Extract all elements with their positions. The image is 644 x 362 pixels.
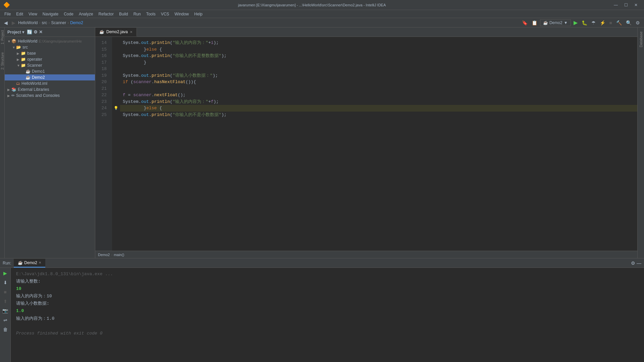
- tab-label: Demo2.java: [106, 29, 128, 34]
- tree-item-ext-libs[interactable]: ▶ 📚 External Libraries: [5, 86, 95, 93]
- code-editor[interactable]: 14 15 16 17 18 19 20 21 22 23 24 25: [95, 37, 637, 251]
- menu-tools[interactable]: Tools: [144, 11, 158, 17]
- profile-button[interactable]: ⚡: [598, 19, 607, 26]
- tree-item-helloworld[interactable]: ▼ 📦 HelloWorld E:\Xiangmu\javarumen\He: [5, 38, 95, 44]
- snapshot-button[interactable]: 📷: [1, 307, 9, 315]
- breadcrumb-helloworld[interactable]: HelloWorld: [18, 20, 38, 25]
- breadcrumb-src[interactable]: src: [42, 20, 47, 25]
- menu-window[interactable]: Window: [172, 11, 192, 17]
- menu-build[interactable]: Build: [116, 11, 131, 17]
- run-tab-close[interactable]: ✕: [39, 261, 41, 264]
- gutter-15: [112, 46, 120, 53]
- tree-item-src[interactable]: ▼ 📂 src: [5, 44, 95, 50]
- menu-file[interactable]: File: [2, 11, 13, 17]
- menu-analyze[interactable]: Analyze: [76, 11, 96, 17]
- stop-run-button[interactable]: ■: [1, 288, 9, 296]
- expand-arrow-scratches: ▶: [7, 94, 11, 98]
- tree-item-iml[interactable]: ▶ 🗂 HelloWorld.iml: [5, 80, 95, 86]
- menu-refactor[interactable]: Refactor: [96, 11, 116, 17]
- coverage-button[interactable]: ☂: [590, 19, 597, 26]
- tree-item-operater[interactable]: ▶ 📁 operater: [5, 56, 95, 62]
- run-output-input1: 10: [16, 285, 639, 293]
- nav-actions: 🔖 📋 ☕ Demo2 ▼ ▶ 🐛 ☂ ⚡ ■ 🔨 🔍 ⚙: [521, 19, 641, 26]
- run-minimize-icon[interactable]: —: [637, 260, 641, 266]
- debug-button[interactable]: 🐛: [580, 19, 589, 26]
- menu-help[interactable]: Help: [192, 11, 205, 17]
- run-output-input2: 1.0: [16, 307, 639, 315]
- tree-item-scratches[interactable]: ▶ ✏ Scratches and Consoles: [5, 93, 95, 99]
- window-controls: — ☐ ✕: [611, 2, 641, 8]
- tree-item-base[interactable]: ▶ 📁 base: [5, 50, 95, 56]
- ln-23: 23: [95, 99, 109, 105]
- clear-button[interactable]: 🗑: [1, 325, 9, 334]
- tree-label-iml: HelloWorld.iml: [21, 81, 47, 86]
- menu-view[interactable]: View: [26, 11, 40, 17]
- rerun-button[interactable]: ▶: [1, 269, 9, 277]
- menu-code[interactable]: Code: [61, 11, 76, 17]
- expand-arrow-ext: ▶: [7, 88, 11, 92]
- menu-vcs[interactable]: VCS: [158, 11, 172, 17]
- recent-files-button[interactable]: 📋: [530, 19, 539, 26]
- breadcrumb-main-method[interactable]: main(): [114, 253, 124, 257]
- code-line-17: }: [120, 59, 637, 66]
- breadcrumb-scanner[interactable]: Scanner: [51, 20, 66, 25]
- settings-button[interactable]: ⚙: [634, 19, 641, 26]
- minimize-button[interactable]: —: [611, 2, 621, 8]
- line-numbers: 14 15 16 17 18 19 20 21 22 23 24 25: [95, 37, 112, 251]
- close-panel-icon[interactable]: ✕: [39, 29, 43, 35]
- run-tab-demo2[interactable]: ☕ Demo2 ✕: [14, 259, 45, 267]
- menu-bar: File Edit View Navigate Code Analyze Ref…: [0, 10, 644, 18]
- run-output[interactable]: E:\Java\jdk1.8.0_131\bin\java.exe ... 请输…: [11, 268, 644, 362]
- menu-navigate[interactable]: Navigate: [40, 11, 61, 17]
- tree-item-scanner[interactable]: ▼ 📁 Scanner: [5, 62, 95, 68]
- tab-close-button[interactable]: ✕: [130, 30, 132, 34]
- project-panel-title: Project ▾: [7, 30, 24, 35]
- scroll-down-button[interactable]: ⬇: [1, 279, 9, 287]
- tree-label-operater: operater: [27, 57, 42, 62]
- database-tab[interactable]: Database: [638, 30, 644, 49]
- gutter-24: 💡: [112, 105, 120, 112]
- tab-icon: ☕: [99, 29, 104, 34]
- menu-edit[interactable]: Edit: [13, 11, 26, 17]
- search-everywhere-button[interactable]: 🔍: [625, 19, 633, 26]
- scroll-up-button[interactable]: ⬆: [1, 297, 9, 305]
- nav-back-button[interactable]: ◀: [3, 19, 9, 26]
- tree-item-demo1[interactable]: ▶ ☕ Demo1: [5, 68, 95, 74]
- breadcrumb-demo2-label[interactable]: Demo2: [98, 253, 110, 257]
- tree-label-ext-libs: External Libraries: [18, 87, 49, 92]
- ln-22: 22: [95, 92, 109, 99]
- editor-tabs: ☕ Demo2.java ✕: [95, 27, 637, 37]
- run-settings-icon[interactable]: ⚙: [631, 260, 635, 266]
- settings-icon[interactable]: ⚙: [34, 29, 38, 35]
- code-content[interactable]: System.out.println("输入的内容为："+i); }else {…: [120, 37, 637, 251]
- tree-item-demo2[interactable]: ▶ ☕ Demo2: [5, 74, 95, 80]
- menu-run[interactable]: Run: [131, 11, 144, 17]
- build-button[interactable]: 🔨: [615, 19, 623, 26]
- code-line-21: [120, 85, 637, 92]
- gutter-20: [112, 79, 120, 85]
- run-button[interactable]: ▶: [572, 19, 579, 26]
- bookmark-icon[interactable]: 🔖: [521, 19, 529, 26]
- run-output-process: Process finished with exit code 0: [16, 330, 639, 337]
- breadcrumb-demo2[interactable]: Demo2: [70, 20, 83, 25]
- nav-bar: ◀ ▶ HelloWorld › src › Scanner › Demo2 🔖…: [0, 18, 644, 27]
- run-output-cmd: E:\Java\jdk1.8.0_131\bin\java.exe ...: [16, 270, 639, 278]
- ln-21: 21: [95, 85, 109, 92]
- structure-vertical-tab[interactable]: 2: Structure: [0, 50, 4, 72]
- editor-tab-demo2[interactable]: ☕ Demo2.java ✕: [95, 28, 137, 37]
- sync-icon[interactable]: 🔄: [27, 29, 32, 35]
- gutter: 💡: [112, 37, 120, 251]
- code-line-22: f = scanner.nextFloat();: [120, 92, 637, 99]
- gutter-18: [112, 66, 120, 72]
- nav-forward-button[interactable]: ▶: [10, 19, 17, 26]
- editor-area: ☕ Demo2.java ✕ 14 15 16 17 18 19 20 21 2…: [95, 27, 637, 258]
- run-config-icon: ☕: [543, 20, 548, 25]
- wrap-button[interactable]: ⇌: [1, 316, 9, 324]
- maximize-button[interactable]: ☐: [621, 2, 631, 8]
- project-vertical-tab[interactable]: 1: Project: [0, 27, 4, 47]
- expand-arrow-base: ▶: [17, 52, 20, 55]
- stop-button[interactable]: ■: [608, 19, 613, 26]
- run-config-selector[interactable]: ☕ Demo2 ▼: [540, 19, 571, 26]
- run-config-label: Demo2: [549, 20, 562, 25]
- close-button[interactable]: ✕: [631, 2, 641, 8]
